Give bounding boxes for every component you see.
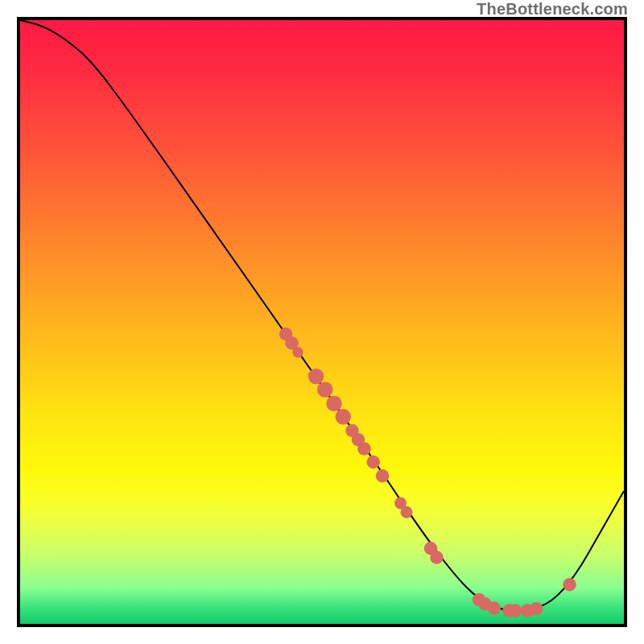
data-point (401, 506, 413, 518)
data-point (488, 601, 502, 615)
chart-svg (20, 20, 624, 624)
data-point (336, 409, 352, 425)
plot-area (17, 17, 627, 627)
bottleneck-curve (20, 20, 624, 611)
data-point (357, 442, 371, 456)
watermark-label: TheBottleneck.com (477, 0, 628, 19)
data-point (430, 551, 444, 564)
data-point (317, 382, 333, 398)
chart-stage: TheBottleneck.com (0, 0, 644, 644)
data-points-group (279, 328, 576, 617)
data-point (376, 469, 390, 483)
data-point (292, 347, 303, 357)
data-point (530, 602, 543, 616)
data-point (326, 396, 342, 412)
data-point (563, 578, 576, 592)
data-point (367, 456, 381, 469)
data-point (509, 604, 522, 617)
data-point (308, 369, 324, 385)
